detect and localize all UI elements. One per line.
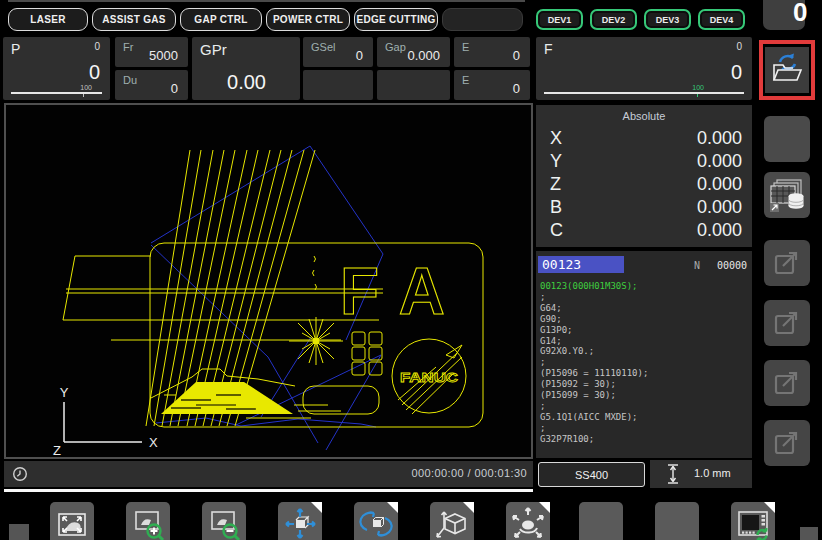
power-param-tile[interactable]: P 0 0 100 (3, 37, 110, 100)
feed-param-tile[interactable]: F 0 0 100 (536, 37, 752, 100)
iso-view-button[interactable] (430, 502, 474, 540)
gap-ctrl-button[interactable]: GAP CTRL (180, 8, 262, 31)
feed-scale-label: 100 (692, 84, 704, 91)
program-line: G92X0.Y0.; (540, 346, 750, 357)
gas-select-value: 0 (356, 48, 363, 63)
free-rotate-button[interactable] (506, 502, 550, 540)
external-edit-icon (768, 424, 806, 462)
axis-x-value: 0.000 (697, 128, 742, 149)
frequency-value: 5000 (149, 48, 178, 63)
pan-view-button[interactable] (278, 502, 322, 540)
gas-select-empty-tile[interactable] (303, 70, 373, 100)
program-line: G64; (540, 303, 750, 314)
feed-slider[interactable] (544, 92, 744, 94)
gas-pressure-value: 0.00 (227, 71, 266, 94)
dev3-button[interactable]: DEV3 (644, 9, 691, 30)
external-edit-button-2[interactable] (764, 300, 810, 346)
power-value: 0 (89, 61, 100, 84)
position-mode-title: Absolute (536, 105, 752, 122)
blank-toolbar-button-2[interactable] (655, 502, 699, 540)
axis-z-value: 0.000 (697, 174, 742, 195)
program-line: G14; (540, 336, 750, 347)
time-elapsed: 000:00:00 (412, 467, 465, 479)
blank-toolbar-button-1[interactable] (579, 502, 623, 540)
time-total: 000:01:30 (474, 467, 527, 479)
gap-empty-tile[interactable] (377, 70, 450, 100)
e-top-tile[interactable]: E 0 (454, 37, 530, 67)
external-edit-icon (768, 364, 806, 402)
axis-row-b: B 0.000 (536, 196, 752, 219)
edge-cutting-button[interactable]: EDGE CUTTING (354, 8, 438, 31)
sequence-number: 00000 (717, 260, 747, 271)
progress-bar (4, 489, 533, 492)
program-reload-highlight (759, 40, 815, 100)
dev1-button[interactable]: DEV1 (536, 9, 583, 30)
tool-database-icon (767, 175, 807, 215)
frequency-label: Fr (123, 41, 133, 53)
e-bottom-tile[interactable]: E 0 (454, 70, 530, 100)
zoom-out-icon (206, 506, 242, 540)
thickness-icon (664, 462, 682, 486)
gas-pressure-tile[interactable]: GPr 0.00 (192, 37, 300, 100)
fit-view-button[interactable] (50, 502, 94, 540)
laser-button[interactable]: LASER (8, 8, 88, 31)
feed-top-value: 0 (736, 41, 742, 52)
axis-y: Y (550, 151, 562, 172)
frequency-tile[interactable]: Fr 5000 (115, 37, 188, 67)
program-line: (P15096 = 11110110); (540, 368, 750, 379)
corner-fold (387, 502, 398, 513)
e-bottom-value: 0 (513, 81, 520, 96)
tool-database-button[interactable] (764, 172, 810, 218)
gas-select-tile[interactable]: GSel 0 (303, 37, 373, 67)
fanuc-logo-text: FANUC (400, 370, 459, 385)
zoom-out-button[interactable] (202, 502, 246, 540)
program-line: ; (540, 423, 750, 434)
external-edit-button-1[interactable] (764, 240, 810, 286)
machining-time-bar: 000:00:00 / 000:01:30 (4, 461, 533, 487)
axis-z-label: Z (53, 443, 61, 457)
program-reload-button[interactable] (765, 47, 809, 93)
toolbar-spacer-left (9, 524, 29, 540)
empty-mode-button[interactable] (442, 8, 523, 31)
program-number[interactable]: 00123 (538, 256, 624, 273)
dev4-button[interactable]: DEV4 (698, 9, 745, 30)
zoom-in-icon (130, 506, 166, 540)
power-slider[interactable] (11, 92, 102, 94)
cad-viewport[interactable]: FA FANUC Y Z X (4, 103, 533, 459)
zoom-in-button[interactable] (126, 502, 170, 540)
part-drawing: FA FANUC Y Z X (6, 105, 531, 457)
toolbar-spacer-right (800, 527, 818, 540)
gap-tile[interactable]: Gap 0.000 (377, 37, 450, 67)
thickness-indicator[interactable]: 1.0 mm (650, 460, 752, 488)
program-line: G32P7R100; (540, 434, 750, 445)
axis-b: B (550, 197, 562, 218)
machine-screen-button[interactable] (731, 502, 775, 540)
program-line: ; (540, 401, 750, 412)
material-button[interactable]: SS400 (538, 462, 645, 487)
right-sidebar: 0 (755, 0, 822, 540)
absolute-position-panel: Absolute X 0.000 Y 0.000 Z 0.000 B 0.000… (536, 105, 752, 247)
blank-sidebar-button[interactable] (764, 116, 810, 162)
external-edit-icon (768, 304, 806, 342)
power-top-value: 0 (94, 41, 100, 52)
slot-outline (303, 386, 379, 414)
dev2-button[interactable]: DEV2 (590, 9, 637, 30)
axis-x: X (550, 128, 562, 149)
timer-icon (12, 466, 28, 482)
external-edit-button-3[interactable] (764, 360, 810, 406)
duty-tile[interactable]: Du 0 (115, 70, 188, 100)
axis-c-value: 0.000 (697, 220, 742, 241)
external-edit-button-4[interactable] (764, 420, 810, 466)
axis-row-y: Y 0.000 (536, 150, 752, 173)
axis-b-value: 0.000 (697, 197, 742, 218)
rotate-cycle-button[interactable] (354, 502, 398, 540)
corner-fold (764, 502, 775, 513)
power-ctrl-button[interactable]: POWER CTRL (266, 8, 350, 31)
top-divider (8, 0, 525, 2)
gas-select-label: GSel (311, 41, 335, 53)
duty-value: 0 (171, 81, 178, 96)
gap-label: Gap (385, 41, 406, 53)
fanuc-laser-control-screen: LASER ASSIST GAS GAP CTRL POWER CTRL EDG… (0, 0, 822, 540)
program-line: G13P0; (540, 325, 750, 336)
assist-gas-button[interactable]: ASSIST GAS (92, 8, 176, 31)
